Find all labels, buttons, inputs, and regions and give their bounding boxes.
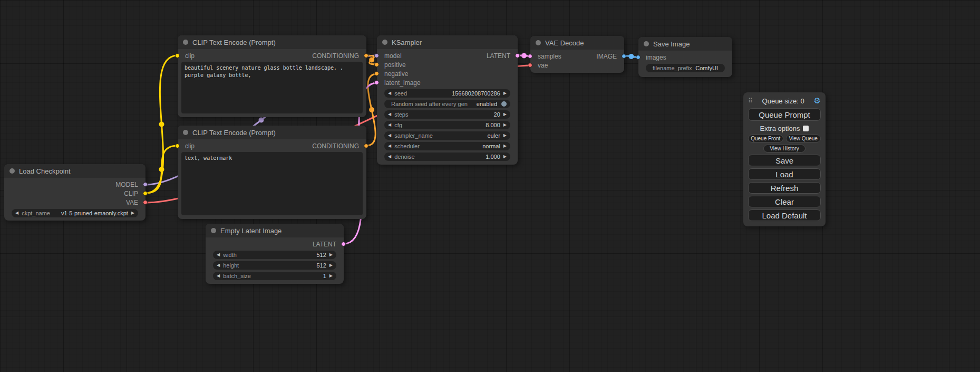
latent-output-port[interactable]: [515, 53, 520, 58]
increment-arrow-icon[interactable]: ▶: [329, 263, 333, 268]
node-title-bar[interactable]: Load Checkpoint: [4, 164, 145, 178]
image-output-port[interactable]: [622, 54, 626, 59]
widget-label: scheduler: [394, 143, 420, 149]
clip-input-port[interactable]: [175, 144, 180, 148]
seed-widget[interactable]: ◀ seed 156680208700286 ▶: [384, 89, 510, 98]
view-history-button[interactable]: View History: [763, 145, 806, 152]
widget-value: normal: [482, 143, 500, 149]
widget-label: sampler_name: [394, 132, 433, 139]
decrement-arrow-icon[interactable]: ◀: [388, 123, 391, 127]
node-title: CLIP Text Encode (Prompt): [192, 39, 276, 46]
node-ksampler[interactable]: KSampler model LATENT positive negative …: [377, 35, 518, 165]
node-load-checkpoint[interactable]: Load Checkpoint MODEL CLIP VAE ◀ ckpt_na…: [4, 164, 145, 221]
samples-input-port[interactable]: [528, 54, 532, 59]
width-widget[interactable]: ◀ width 512 ▶: [213, 251, 336, 259]
decrement-arrow-icon[interactable]: ◀: [388, 133, 391, 138]
node-title-bar[interactable]: CLIP Text Encode (Prompt): [178, 35, 366, 49]
increment-arrow-icon[interactable]: ▶: [503, 123, 507, 127]
random-seed-toggle[interactable]: [501, 101, 507, 107]
conditioning-output-label: CONDITIONING: [312, 142, 359, 150]
decrement-arrow-icon[interactable]: ◀: [217, 263, 220, 268]
decrement-arrow-icon[interactable]: ◀: [388, 155, 391, 159]
vae-output-label: VAE: [126, 199, 138, 206]
positive-input-port[interactable]: [374, 62, 379, 67]
extra-options-checkbox[interactable]: [803, 126, 809, 131]
node-empty-latent-image[interactable]: Empty Latent Image LATENT ◀ width 512 ▶ …: [206, 224, 344, 284]
height-widget[interactable]: ◀ height 512 ▶: [213, 261, 336, 270]
increment-arrow-icon[interactable]: ▶: [329, 274, 333, 278]
view-queue-button[interactable]: View Queue: [786, 135, 821, 142]
increment-arrow-icon[interactable]: ▶: [329, 253, 333, 257]
node-clip-text-encode-positive[interactable]: CLIP Text Encode (Prompt) clip CONDITION…: [178, 35, 366, 117]
decrement-arrow-icon[interactable]: ◀: [217, 274, 220, 278]
prompt-textarea[interactable]: text, watermark: [181, 152, 363, 215]
collapse-dot[interactable]: [536, 40, 541, 45]
decrement-arrow-icon[interactable]: ◀: [388, 144, 391, 148]
latent-output-label: LATENT: [487, 52, 510, 60]
increment-arrow-icon[interactable]: ▶: [503, 133, 507, 138]
refresh-button[interactable]: Refresh: [748, 182, 821, 194]
cfg-widget[interactable]: ◀ cfg 8.000 ▶: [384, 121, 510, 129]
images-input-port[interactable]: [636, 55, 641, 60]
queue-prompt-button[interactable]: Queue Prompt: [748, 108, 821, 121]
increment-arrow-icon[interactable]: ▶: [503, 155, 507, 159]
model-output-port[interactable]: [143, 182, 148, 187]
filename-prefix-widget[interactable]: filename_prefix ComfyUI: [646, 64, 725, 72]
clip-input-port[interactable]: [175, 53, 180, 58]
queue-front-button[interactable]: Queue Front: [748, 135, 783, 142]
decrement-arrow-icon[interactable]: ◀: [388, 112, 391, 117]
node-vae-decode[interactable]: VAE Decode samples IMAGE vae: [530, 36, 624, 73]
batch-size-widget[interactable]: ◀ batch_size 1 ▶: [213, 272, 336, 280]
widget-value: 512: [316, 252, 326, 258]
decrement-arrow-icon[interactable]: ◀: [388, 91, 391, 96]
decrement-arrow-icon[interactable]: ◀: [217, 253, 220, 257]
collapse-dot[interactable]: [382, 40, 387, 45]
steps-widget[interactable]: ◀ steps 20 ▶: [384, 110, 510, 119]
random-seed-widget[interactable]: Random seed after every gen enabled: [384, 100, 510, 108]
increment-arrow-icon[interactable]: ▶: [131, 211, 134, 215]
load-button[interactable]: Load: [748, 168, 821, 180]
widget-label: height: [223, 262, 239, 269]
node-title-bar[interactable]: Save Image: [638, 37, 732, 51]
menu-drag-handle-icon[interactable]: ⠿: [748, 97, 753, 104]
clear-button[interactable]: Clear: [748, 196, 821, 207]
model-input-port[interactable]: [374, 53, 379, 58]
negative-input-port[interactable]: [374, 71, 379, 76]
collapse-dot[interactable]: [183, 40, 188, 45]
vae-input-port[interactable]: [528, 63, 532, 68]
collapse-dot[interactable]: [644, 41, 649, 46]
increment-arrow-icon[interactable]: ▶: [503, 112, 507, 117]
image-output-label: IMAGE: [596, 53, 617, 60]
node-title-bar[interactable]: VAE Decode: [530, 36, 624, 50]
increment-arrow-icon[interactable]: ▶: [503, 91, 507, 96]
collapse-dot[interactable]: [183, 130, 188, 135]
decrement-arrow-icon[interactable]: ◀: [15, 211, 18, 215]
node-title-bar[interactable]: Empty Latent Image: [206, 224, 344, 237]
latent-image-input-port[interactable]: [374, 80, 379, 85]
widget-label: Random seed after every gen: [391, 101, 468, 107]
scheduler-widget[interactable]: ◀ scheduler normal ▶: [384, 142, 510, 150]
latent-output-port[interactable]: [341, 242, 346, 246]
node-save-image[interactable]: Save Image images filename_prefix ComfyU…: [638, 37, 732, 77]
save-button[interactable]: Save: [748, 155, 821, 166]
denoise-widget[interactable]: ◀ denoise 1.000 ▶: [384, 152, 510, 161]
node-title: KSampler: [392, 39, 422, 46]
prompt-textarea[interactable]: beautiful scenery nature glass bottle la…: [181, 62, 363, 113]
clip-output-port[interactable]: [143, 191, 148, 196]
node-clip-text-encode-negative[interactable]: CLIP Text Encode (Prompt) clip CONDITION…: [178, 126, 366, 219]
widget-label: seed: [394, 90, 407, 97]
node-title-bar[interactable]: KSampler: [377, 35, 518, 49]
collapse-dot[interactable]: [9, 168, 15, 174]
node-title-bar[interactable]: CLIP Text Encode (Prompt): [178, 126, 366, 139]
load-default-button[interactable]: Load Default: [748, 209, 821, 221]
node-title: Load Checkpoint: [19, 167, 71, 175]
settings-gear-icon[interactable]: ⚙: [814, 96, 821, 106]
graph-canvas[interactable]: Load Checkpoint MODEL CLIP VAE ◀ ckpt_na…: [0, 0, 980, 372]
conditioning-output-port[interactable]: [364, 144, 368, 148]
increment-arrow-icon[interactable]: ▶: [503, 144, 507, 148]
sampler-name-widget[interactable]: ◀ sampler_name euler ▶: [384, 131, 510, 140]
ckpt-name-widget[interactable]: ◀ ckpt_name v1-5-pruned-emaonly.ckpt ▶: [12, 209, 138, 217]
collapse-dot[interactable]: [211, 228, 216, 233]
vae-output-port[interactable]: [143, 200, 148, 205]
conditioning-output-port[interactable]: [364, 53, 368, 58]
